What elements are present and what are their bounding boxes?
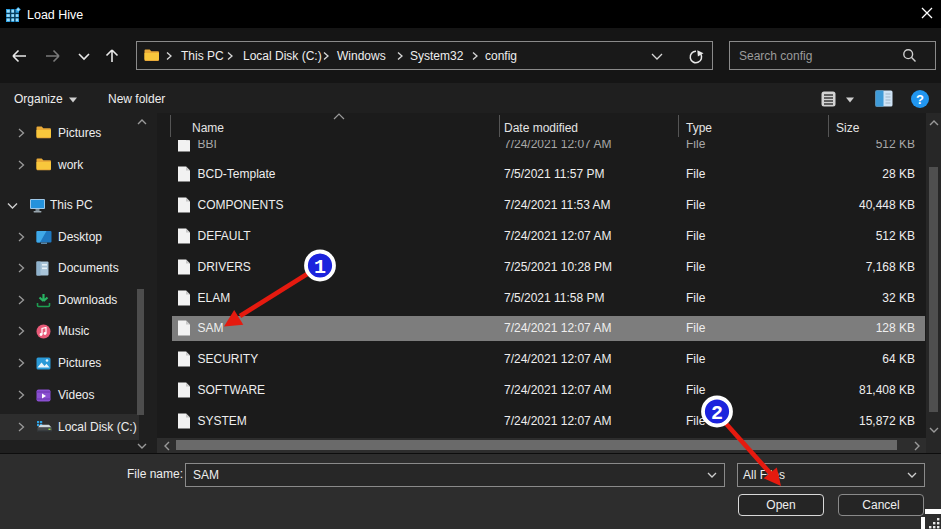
svg-text:1: 1: [314, 256, 326, 279]
svg-text:2: 2: [711, 402, 723, 425]
